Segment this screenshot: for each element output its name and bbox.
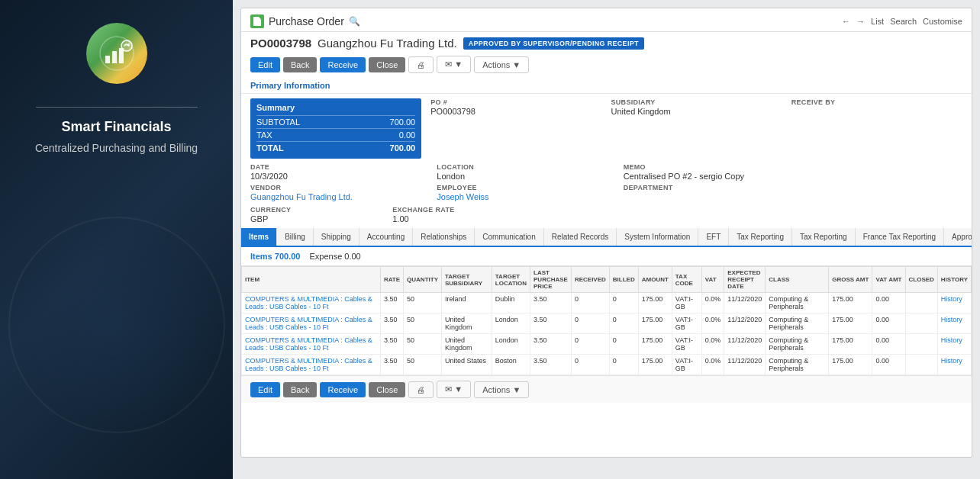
tab-tax-reporting-2[interactable]: Tax Reporting bbox=[792, 228, 856, 246]
field-po-number: PO # PO0003798 bbox=[430, 98, 601, 116]
cell-item: COMPUTERS & MULTIMEDIA : Cables & Leads … bbox=[242, 334, 381, 355]
edit-button[interactable]: Edit bbox=[250, 57, 280, 72]
cell-vat-amt: 0.00 bbox=[872, 293, 905, 313]
tabs-bar: Items Billing Shipping Accounting Relati… bbox=[241, 228, 972, 247]
cell-rate: 3.50 bbox=[380, 355, 403, 375]
cell-billed: 0 bbox=[609, 355, 638, 375]
cell-quantity: 50 bbox=[404, 293, 442, 313]
bottom-email-button[interactable]: ✉ ▼ bbox=[437, 381, 471, 398]
tab-system-information[interactable]: System Information bbox=[617, 228, 698, 246]
nav-customise-link[interactable]: Customise bbox=[923, 17, 962, 26]
cell-target-subsidiary: United Kingdom bbox=[441, 313, 492, 334]
summary-tax-row: TAX 0.00 bbox=[256, 128, 415, 141]
po-number: PO0003798 bbox=[250, 37, 311, 50]
table-row: COMPUTERS & MULTIMEDIA : Cables & Leads … bbox=[242, 313, 972, 334]
cell-vat-amt: 0.00 bbox=[872, 334, 905, 355]
bottom-back-button[interactable]: Back bbox=[283, 382, 317, 397]
tab-approval-status[interactable]: Approval Status bbox=[944, 228, 972, 246]
cell-target-location: London bbox=[492, 334, 530, 355]
field-subsidiary: SUBSIDIARY United Kingdom bbox=[611, 98, 782, 116]
cell-item: COMPUTERS & MULTIMEDIA : Cables & Leads … bbox=[242, 355, 381, 375]
tab-related-records[interactable]: Related Records bbox=[544, 228, 617, 246]
table-row: COMPUTERS & MULTIMEDIA : Cables & Leads … bbox=[242, 355, 972, 375]
nav-list-link[interactable]: List bbox=[871, 17, 884, 26]
field-currency: CURRENCY GBP bbox=[250, 206, 383, 223]
bottom-close-button[interactable]: Close bbox=[369, 382, 405, 397]
cell-rate: 3.50 bbox=[380, 313, 403, 334]
items-total-label: Items 700.00 bbox=[250, 252, 300, 261]
cell-amount: 175.00 bbox=[638, 355, 672, 375]
cell-amount: 175.00 bbox=[638, 313, 672, 334]
cell-tax-code: VAT:I-GB bbox=[672, 334, 701, 355]
tab-billing[interactable]: Billing bbox=[277, 228, 314, 246]
tab-items[interactable]: Items bbox=[241, 228, 277, 246]
nav-prev-button[interactable]: ← bbox=[842, 17, 850, 26]
cell-received: 0 bbox=[571, 334, 609, 355]
bottom-edit-button[interactable]: Edit bbox=[250, 382, 280, 397]
primary-info-label: Primary Information bbox=[241, 78, 972, 94]
po-number-value: PO0003798 bbox=[430, 107, 601, 116]
email-button[interactable]: ✉ ▼ bbox=[437, 56, 471, 73]
summary-title: Summary bbox=[256, 103, 415, 112]
tab-communication[interactable]: Communication bbox=[475, 228, 543, 246]
bottom-print-button[interactable]: 🖨 bbox=[408, 381, 434, 398]
cell-quantity: 50 bbox=[404, 334, 442, 355]
field-date: DATE 10/3/2020 bbox=[250, 163, 427, 181]
po-doc-icon bbox=[250, 14, 264, 28]
cell-history: History bbox=[937, 334, 971, 355]
cell-expected-receipt-date: 11/12/2020 bbox=[724, 293, 766, 313]
field-vendor: VENDOR Guangzhou Fu Trading Ltd. bbox=[250, 184, 427, 201]
tab-relationships[interactable]: Relationships bbox=[413, 228, 475, 246]
close-button[interactable]: Close bbox=[369, 57, 405, 72]
sidebar-subtitle: Centralized Purchasing and Billing bbox=[35, 141, 198, 156]
cell-tax-code: VAT:I-GB bbox=[672, 355, 701, 375]
tab-accounting[interactable]: Accounting bbox=[359, 228, 413, 246]
nav-next-button[interactable]: → bbox=[856, 17, 865, 26]
print-button[interactable]: 🖨 bbox=[408, 56, 434, 73]
receive-button[interactable]: Receive bbox=[320, 57, 366, 72]
col-amount: AMOUNT bbox=[638, 267, 672, 293]
cell-billed: 0 bbox=[609, 334, 638, 355]
cell-closed bbox=[905, 355, 937, 375]
col-tax-code: TAXCODE bbox=[672, 267, 701, 293]
col-last-purchase-price: LASTPURCHASEPRICE bbox=[530, 267, 572, 293]
cell-received: 0 bbox=[571, 313, 609, 334]
col-closed: CLOSED bbox=[905, 267, 937, 293]
field-department: DEPARTMENT bbox=[624, 184, 801, 201]
cell-target-location: Dublin bbox=[492, 293, 530, 313]
tab-eft[interactable]: EFT bbox=[698, 228, 729, 246]
bottom-actions-button[interactable]: Actions ▼ bbox=[474, 381, 529, 398]
cell-target-location: London bbox=[492, 313, 530, 334]
actions-button[interactable]: Actions ▼ bbox=[474, 56, 529, 73]
summary-box: Summary SUBTOTAL 700.00 TAX 0.00 TOTAL 7… bbox=[250, 98, 421, 159]
table-row: COMPUTERS & MULTIMEDIA : Cables & Leads … bbox=[242, 293, 972, 313]
nav-search-link[interactable]: Search bbox=[890, 17, 917, 26]
cell-item: COMPUTERS & MULTIMEDIA : Cables & Leads … bbox=[242, 293, 381, 313]
search-icon[interactable]: 🔍 bbox=[349, 16, 360, 27]
location-value: London bbox=[437, 172, 614, 181]
col-vat: VAT bbox=[701, 267, 724, 293]
tab-tax-reporting-1[interactable]: Tax Reporting bbox=[729, 228, 792, 246]
currency-value: GBP bbox=[250, 214, 383, 223]
cell-target-location: Boston bbox=[492, 355, 530, 375]
tab-shipping[interactable]: Shipping bbox=[314, 228, 359, 246]
employee-value[interactable]: Joseph Weiss bbox=[437, 192, 614, 201]
items-expense-label: Expense 0.00 bbox=[309, 252, 360, 261]
cell-last-purchase-price: 3.50 bbox=[530, 293, 572, 313]
cell-received: 0 bbox=[571, 355, 609, 375]
bottom-toolbar: Edit Back Receive Close 🖨 ✉ ▼ Actions ▼ bbox=[241, 375, 972, 403]
col-rate: RATE bbox=[380, 267, 403, 293]
items-table: ITEM RATE QUANTITY TARGETSUBSIDIARY TARG… bbox=[241, 266, 972, 375]
back-button[interactable]: Back bbox=[283, 57, 317, 72]
col-received: RECEIVED bbox=[571, 267, 609, 293]
memo-value: Centralised PO #2 - sergio Copy bbox=[624, 172, 801, 181]
cell-vat: 0.0% bbox=[701, 293, 724, 313]
vendor-value[interactable]: Guangzhou Fu Trading Ltd. bbox=[250, 192, 427, 201]
po-toolbar: Edit Back Receive Close 🖨 ✉ ▼ Actions ▼ bbox=[241, 53, 972, 78]
cell-gross-amt: 175.00 bbox=[829, 355, 872, 375]
cell-target-subsidiary: United Kingdom bbox=[441, 334, 492, 355]
cell-amount: 175.00 bbox=[638, 334, 672, 355]
tab-france-tax-reporting[interactable]: France Tax Reporting bbox=[856, 228, 944, 246]
bottom-receive-button[interactable]: Receive bbox=[320, 382, 366, 397]
col-quantity: QUANTITY bbox=[404, 267, 442, 293]
